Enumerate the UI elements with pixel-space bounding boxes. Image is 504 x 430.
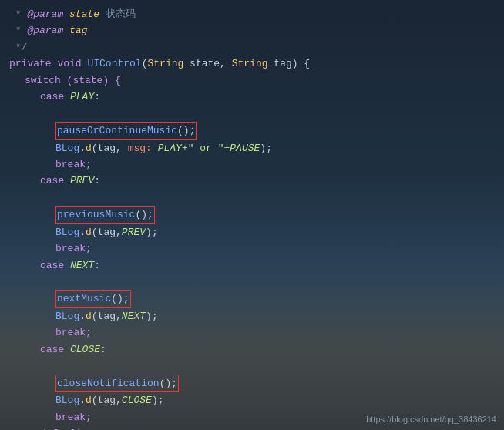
dot1: .: [79, 140, 86, 156]
blog-arg-next1: (tag,: [92, 308, 122, 324]
call-parens-close: ();: [160, 378, 177, 389]
kw-switch: switch (state) {: [25, 72, 121, 89]
prev-const: PREV: [122, 224, 146, 240]
comment-star2: *: [9, 22, 27, 39]
kw-case-prev: case: [40, 173, 70, 189]
line-method-sig: private void UIControl(String state, Str…: [9, 55, 495, 72]
comment-star: *: [9, 6, 27, 22]
blog-method-next: d: [86, 308, 92, 324]
param-space2: [63, 22, 69, 39]
line-blank2: [9, 190, 495, 206]
param-state: state: [69, 6, 99, 22]
blog-class-close: BLog: [55, 392, 79, 408]
line-case-play: case PLAY:: [40, 89, 495, 105]
blog-method-play: d: [86, 140, 92, 156]
line-comment2: * @param tag: [9, 22, 495, 39]
blog-arg-close1: (tag,: [92, 392, 122, 408]
colon-prev: :: [94, 173, 100, 189]
line-case-prev: case PREV:: [40, 173, 495, 189]
line-blog-next: BLog.d(tag,NEXT);: [55, 308, 495, 324]
line-blog-close: BLog.d(tag,CLOSE);: [55, 392, 495, 408]
line-pause-call: pauseOrContinueMusic();: [55, 122, 495, 139]
kw-break4: break;: [55, 409, 92, 425]
space2: [82, 55, 88, 72]
colon-next: :: [94, 257, 100, 274]
dot3: .: [79, 308, 86, 324]
method-prev: previousMusic: [57, 209, 135, 220]
highlight-close: closeNotification();: [55, 375, 179, 392]
code-container: * @param state 状态码 * @param tag */ priva…: [0, 0, 504, 430]
kw-case-next: case: [40, 257, 70, 274]
line-blank3: [9, 274, 495, 290]
param-tag2: @param: [27, 22, 63, 39]
colon-close: :: [100, 341, 106, 358]
blog-method-close: d: [86, 392, 92, 408]
line-blank4: [9, 358, 495, 374]
str-or: +" or "+: [182, 140, 230, 156]
highlight-pause: pauseOrContinueMusic();: [55, 122, 197, 139]
call-parens-prev: ();: [135, 209, 153, 220]
method-next: nextMusic: [57, 293, 111, 304]
method-pause: pauseOrContinueMusic: [57, 125, 177, 136]
dot4: .: [79, 392, 86, 408]
line-blog-play: BLog.d(tag, msg: PLAY+" or "+PAUSE);: [55, 140, 495, 156]
val-prev: PREV: [70, 173, 94, 189]
call-parens-next: ();: [111, 293, 129, 304]
space1: [52, 55, 58, 72]
kw-case-play: case: [40, 89, 70, 105]
val-close: CLOSE: [70, 341, 100, 358]
line-next-call: nextMusic();: [55, 290, 495, 307]
line-break3: break;: [55, 324, 495, 341]
kw-break2: break;: [55, 240, 92, 257]
kw-default: default:: [40, 425, 88, 430]
line-default: default:: [40, 425, 495, 430]
line-case-next: case NEXT:: [40, 257, 495, 274]
param-space1: [63, 6, 69, 22]
blog-close-next: );: [146, 308, 158, 324]
param-tag-val: tag: [69, 22, 87, 39]
blog-msg-play: msg:: [128, 140, 158, 156]
line-comment1: * @param state 状态码: [9, 6, 495, 22]
dot2: .: [79, 224, 86, 240]
footer-url: https://blog.csdn.net/qq_38436214: [366, 415, 496, 424]
param-tag1: @param: [27, 6, 63, 22]
kw-void: void: [57, 55, 81, 72]
line-close-call: closeNotification();: [55, 375, 495, 392]
blog-class-prev: BLog: [55, 224, 79, 240]
val-next: NEXT: [70, 257, 94, 274]
line-prev-call: previousMusic();: [55, 206, 495, 223]
line-switch: switch (state) {: [25, 72, 495, 89]
blog-arg-play: (tag,: [92, 140, 128, 156]
call-parens-pause: ();: [177, 125, 195, 136]
param-state-name: state,: [183, 55, 231, 72]
comment-status: 状态码: [99, 6, 136, 22]
blog-method-prev: d: [86, 224, 92, 240]
play-const: PLAY: [158, 140, 182, 156]
next-const: NEXT: [122, 308, 146, 324]
paren-open: (: [142, 55, 148, 72]
line-case-close: case CLOSE:: [40, 341, 495, 358]
method-close: closeNotification: [57, 378, 160, 389]
line-blog-prev: BLog.d(tag,PREV);: [55, 224, 495, 240]
kw-break3: break;: [55, 324, 92, 341]
blog-close-play: );: [260, 140, 272, 156]
colon-play: :: [94, 89, 100, 105]
line-break2: break;: [55, 240, 495, 257]
blog-close-prev: );: [146, 224, 158, 240]
blog-class-play: BLog: [55, 140, 79, 156]
type-string2: String: [232, 55, 268, 72]
param-tag-name: tag) {: [268, 55, 311, 72]
type-string1: String: [147, 55, 183, 72]
kw-break1: break;: [55, 156, 92, 173]
line-break1: break;: [55, 156, 495, 173]
close-const: CLOSE: [122, 392, 152, 408]
highlight-prev: previousMusic();: [55, 206, 155, 223]
kw-private: private: [9, 55, 52, 72]
comment-close: */: [9, 39, 27, 55]
pause-const: PAUSE: [230, 140, 260, 156]
blog-class-next: BLog: [55, 308, 79, 324]
blog-close-close: );: [152, 392, 164, 408]
method-name: UIControl: [87, 55, 141, 72]
blog-arg-prev1: (tag,: [92, 224, 122, 240]
kw-case-close: case: [40, 341, 70, 358]
